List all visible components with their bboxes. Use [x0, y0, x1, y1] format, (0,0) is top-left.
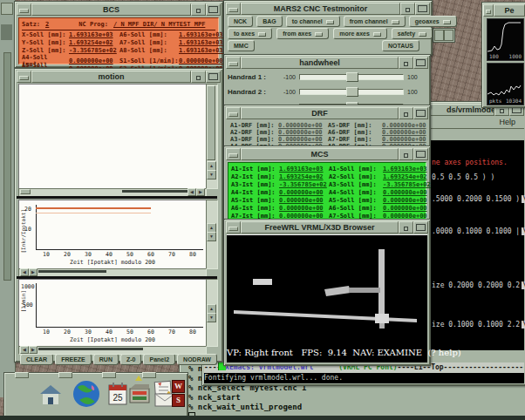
button-label: from channel — [350, 18, 388, 24]
bag-button[interactable]: BAG — [256, 16, 283, 27]
window-menu-icon[interactable] — [226, 221, 241, 234]
minimize-icon[interactable] — [399, 148, 413, 160]
mmc-button[interactable]: MMC — [228, 40, 255, 51]
scroll-left-icon[interactable]: ◀ — [188, 188, 196, 196]
maximize-icon[interactable] — [413, 148, 428, 160]
minimize-icon[interactable] — [399, 57, 413, 69]
maximize-icon[interactable] — [413, 221, 428, 234]
subpanel-tab[interactable] — [15, 372, 29, 378]
maximize-icon[interactable] — [413, 107, 428, 119]
calendar-day: 25 — [112, 393, 123, 403]
scrollbar-thumb[interactable] — [122, 190, 192, 193]
motion-titlebar[interactable]: motion — [17, 71, 221, 83]
scroll-down-icon[interactable]: ▼ — [207, 313, 216, 322]
web-browser-icon[interactable] — [71, 378, 102, 413]
nodraw-button[interactable]: NODRAW — [177, 354, 217, 365]
handwheel-titlebar[interactable]: handwheel — [226, 57, 428, 69]
from-channel-menu[interactable]: from channel — [344, 16, 406, 27]
maximize-icon[interactable] — [413, 57, 428, 69]
window-menu-icon[interactable] — [483, 4, 494, 17]
perfmeter-titlebar[interactable]: Pe — [483, 4, 525, 17]
hidden-window-minimize-button[interactable] — [434, 30, 444, 41]
geoaxes-menu[interactable]: geoaxes — [409, 16, 457, 27]
scrollbar-thumb[interactable] — [38, 348, 143, 350]
scrollbar-thumb[interactable] — [207, 85, 215, 160]
handwheel-slider-2[interactable] — [299, 89, 404, 95]
editor-line: ne axes positions. — [432, 159, 508, 166]
more-axes-menu[interactable]: more axes — [333, 28, 387, 39]
velocity-plot: [Inkr/Ipotakt] 20 10 1020304050607080 Ze… — [18, 200, 207, 269]
subpanel-arrow-icon[interactable] — [135, 376, 142, 381]
window-menu-icon[interactable] — [226, 107, 241, 119]
window-menu-icon[interactable] — [17, 3, 31, 16]
x-tick: 50 — [126, 251, 133, 258]
handwheel-slider-1[interactable] — [299, 74, 404, 80]
menu-help[interactable]: Help — [499, 118, 515, 126]
scroll-down-icon[interactable]: ▼ — [207, 232, 216, 241]
nck-button[interactable]: NCK — [228, 16, 253, 27]
drf-titlebar[interactable]: DRF — [226, 107, 428, 119]
clear-button[interactable]: CLEAR — [20, 354, 53, 365]
drf-values: A1-DRF [mm]:0.000000e+00A5-DRF [mm]:0.00… — [228, 121, 426, 146]
minimize-icon[interactable] — [400, 3, 415, 15]
subpanel-tab[interactable] — [142, 372, 156, 378]
scrollbar-box[interactable] — [20, 189, 31, 194]
home-icon[interactable] — [38, 382, 64, 411]
to-channel-menu[interactable]: to channel — [286, 16, 340, 27]
maximize-icon[interactable] — [206, 71, 221, 83]
minimize-icon[interactable] — [191, 3, 206, 16]
safety-menu[interactable]: safety — [392, 28, 433, 39]
subpanel-tab[interactable] — [58, 372, 72, 378]
scroll-right-icon[interactable]: ▶ — [196, 188, 205, 196]
background-window-button[interactable] — [1, 3, 13, 15]
handwheel-row: Handrad 1 : -100 100 — [224, 70, 430, 85]
freewrl-titlebar[interactable]: FreeWRL VRML/X3D Browser — [226, 221, 428, 234]
window-menu-icon[interactable] — [226, 148, 241, 160]
mcs-row: A6-Ist [mm]:0.000000e+00A6-Soll [mm]:0.0… — [231, 204, 423, 212]
pane-divider[interactable] — [17, 196, 217, 199]
slider-thumb[interactable] — [346, 72, 358, 82]
subpanel-tab[interactable] — [102, 372, 116, 378]
run-button[interactable]: RUN — [93, 354, 119, 365]
file-manager-icon[interactable] — [128, 383, 151, 408]
slider-thumb[interactable] — [346, 87, 358, 97]
scroll-right-icon[interactable]: ▶ — [29, 346, 38, 354]
minimize-icon[interactable] — [399, 221, 413, 234]
button-label: geoaxes — [415, 18, 440, 24]
hidden-window-maximize-button[interactable] — [444, 30, 453, 41]
bcs-titlebar[interactable]: BCS — [17, 3, 221, 16]
motion-canvas-pane[interactable] — [18, 84, 207, 189]
vertical-scrollbar[interactable]: ▲ ▼ — [206, 279, 218, 347]
mars2-titlebar[interactable]: MARS2 CNC Testmonitor — [226, 3, 430, 15]
notaus-button[interactable]: NOTAUS — [382, 40, 419, 51]
scrollbar-thumb[interactable] — [38, 270, 106, 273]
maximize-icon[interactable] — [415, 3, 430, 15]
shell-prompt: % — [188, 393, 198, 402]
vertical-scrollbar[interactable]: ▲ ▼ — [206, 200, 218, 269]
mcs-titlebar[interactable]: MCS — [226, 148, 428, 160]
window-menu-icon[interactable] — [17, 71, 31, 83]
minimize-icon[interactable] — [191, 71, 206, 83]
background-scrollbar-fragment[interactable] — [3, 52, 11, 281]
scroll-left-icon[interactable]: ◀ — [20, 268, 29, 276]
freeze-button[interactable]: FREEZE — [55, 354, 92, 365]
scroll-right-icon[interactable]: ▶ — [29, 268, 38, 276]
panel2-button[interactable]: Panel2 — [143, 354, 175, 365]
axis-value: 1.693163e+03 — [179, 31, 222, 38]
workspace-badge-s[interactable]: S — [172, 394, 185, 407]
to-axes-menu[interactable]: to axes — [228, 28, 272, 39]
scroll-down-icon[interactable]: ▼ — [207, 170, 216, 180]
workspace-badge-w[interactable]: W — [172, 380, 185, 393]
vertical-scrollbar[interactable]: ▲ ▼ — [206, 84, 218, 189]
vrml-3d-viewport[interactable]: VP: Right front FPS: 9.14 NAV: EXAMINE (… — [227, 234, 427, 362]
calendar-icon[interactable]: 25 — [107, 382, 128, 410]
minimize-icon[interactable] — [399, 107, 413, 119]
maximize-icon[interactable] — [206, 3, 221, 16]
scroll-left-icon[interactable]: ◀ — [20, 346, 29, 354]
window-menu-icon[interactable] — [226, 57, 241, 69]
drf-row: A1-DRF [mm]:0.000000e+00A5-DRF [mm]:0.00… — [230, 122, 424, 129]
handwheel-label: Handrad 1 : — [228, 73, 276, 81]
window-menu-icon[interactable] — [226, 3, 241, 15]
from-axes-menu[interactable]: from axes — [276, 28, 329, 39]
z0-button[interactable]: Z-0 — [120, 354, 142, 365]
